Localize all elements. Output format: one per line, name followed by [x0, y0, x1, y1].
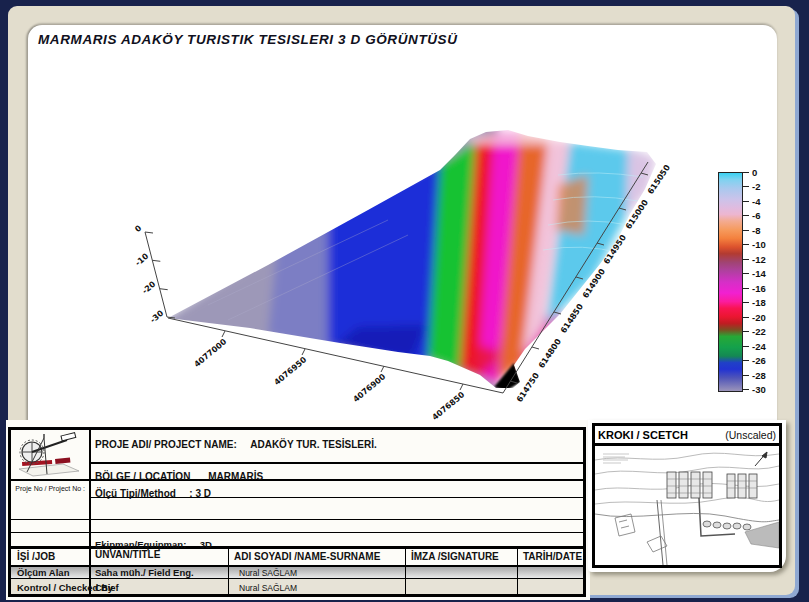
row2-name: Nural SAĞLAM [239, 583, 297, 593]
depth-legend: 0 -2 -4 -6 -8 -10 -12 -14 -16 -18 -20 -2… [718, 168, 796, 400]
legend-tick: -12 [743, 254, 766, 265]
row2-title: Chief [95, 582, 119, 593]
project-no-label: Proje No / Project No : [11, 485, 85, 492]
legend-tick: -22 [743, 326, 766, 337]
svg-text:4076900: 4076900 [352, 372, 388, 404]
legend-tick: -2 [743, 181, 760, 192]
project-name-value: ADAKÖY TUR. TESİSLERİ. [250, 439, 377, 450]
legend-colorbar [718, 172, 743, 392]
kroki-note: (Unscaled) [725, 429, 776, 441]
legend-tick: -30 [743, 384, 766, 395]
location-cell: BÖLGE / LOCATİON MARMARİS [95, 466, 263, 484]
row1-name: Nural SAĞLAM [239, 568, 297, 578]
company-logo [13, 432, 87, 478]
svg-text:-10: -10 [133, 251, 150, 267]
svg-text:614800: 614800 [537, 337, 563, 370]
svg-text:4077000: 4077000 [193, 337, 229, 369]
legend-tick: -14 [743, 268, 766, 279]
plot-panel: MARMARIS ADAKÖY TURISTIK TESISLERI 3 D G… [28, 25, 777, 423]
legend-tick: -16 [743, 283, 766, 294]
legend-tick: -28 [743, 370, 766, 381]
equipment-value: 3D [200, 539, 212, 550]
col-header-title: ÜNVAN/TITLE [95, 549, 160, 560]
svg-text:4076850: 4076850 [431, 390, 467, 422]
legend-tick: -26 [743, 355, 766, 366]
location-label: BÖLGE / LOCATİON [95, 471, 190, 482]
kroki-panel: KROKI / SCETCH (Unscaled) [592, 423, 782, 568]
document-page: { "page": { "title": "MARMARIS ADAKÖY TU… [0, 0, 809, 602]
method-value: : 3 D [189, 488, 211, 499]
col-header-job: İŞİ /JOB [17, 551, 55, 562]
method-cell: Ölçü Tipi/Method : 3 D [95, 483, 211, 501]
legend-tick: -4 [743, 196, 760, 207]
col-header-date: TARİH/DATE [523, 551, 582, 562]
svg-text:614750: 614750 [515, 371, 541, 404]
col-header-signature: İMZA /SIGNATURE [411, 551, 499, 562]
z-axis-labels: 0 -10 -20 -30 [133, 223, 165, 324]
svg-text:4076950: 4076950 [273, 355, 309, 387]
legend-tick: -6 [743, 210, 760, 221]
title-block-table: PROJE ADI/ PROJECT NAME: ADAKÖY TUR. TES… [8, 427, 586, 597]
svg-text:-30: -30 [148, 308, 165, 324]
location-value: MARMARİS [208, 471, 263, 482]
project-name-label: PROJE ADI/ PROJECT NAME: [95, 439, 237, 450]
svg-text:0: 0 [133, 223, 143, 234]
legend-tick: -10 [743, 239, 766, 250]
kroki-sketch-svg [595, 446, 779, 565]
legend-tick: -8 [743, 225, 760, 236]
north-arrow-icon [755, 452, 767, 466]
legend-tick: 0 [743, 167, 757, 178]
kroki-title: KROKI / SCETCH [598, 429, 688, 441]
legend-tick: -18 [743, 297, 766, 308]
legend-tick: -20 [743, 312, 766, 323]
method-label: Ölçü Tipi/Method [95, 488, 176, 499]
svg-text:-20: -20 [140, 279, 157, 295]
legend-tick: -24 [743, 341, 766, 352]
project-name-cell: PROJE ADI/ PROJECT NAME: ADAKÖY TUR. TES… [95, 434, 377, 452]
kroki-header: KROKI / SCETCH (Unscaled) [595, 426, 779, 446]
row1-job: Ölçüm Alan [17, 567, 69, 578]
surface-3d-chart: 0 -10 -20 -30 4077000 4076950 4076900 40… [28, 25, 777, 423]
surface-bands [78, 115, 656, 423]
row1-title: Saha müh./ Field Eng. [95, 567, 194, 578]
col-header-name: ADI SOYADI /NAME-SURNAME [234, 551, 380, 562]
